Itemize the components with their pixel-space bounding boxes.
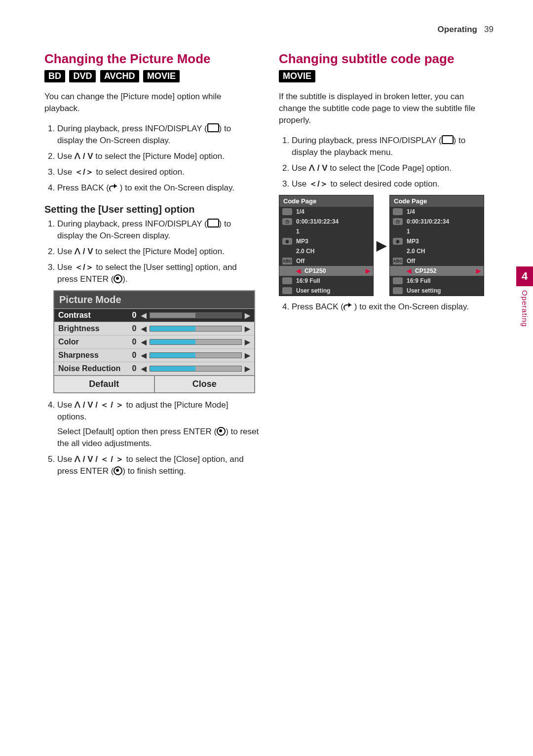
header-page-number: 39 [484, 25, 494, 34]
right-arrow-icon: ▶ [366, 267, 370, 274]
tag-dvd: DVD [69, 70, 96, 82]
audio-icon: ◉ [393, 238, 403, 245]
display-icon [207, 219, 219, 227]
side-tab: 4 Operating [516, 266, 533, 327]
steps-list-3: Use Ʌ / V / ＜ / ＞ to adjust the [Picture… [44, 399, 259, 477]
aspect-icon [282, 277, 292, 284]
cp-row-selected[interactable]: ◀CP1252▶ [390, 266, 484, 276]
cp-row: 16:9 Full [390, 276, 484, 286]
display-icon [442, 135, 454, 144]
cp-row: 1/4 [390, 207, 484, 217]
tag-avchd: AVCHD [100, 70, 139, 82]
pm-row-contrast[interactable]: Contrast 0 ◀▶ [54, 308, 254, 322]
left-right-icon: ＜/＞ [75, 263, 94, 272]
enter-icon [114, 466, 122, 475]
left-right-icon: ＜/＞ [309, 179, 328, 189]
steps-list-right: During playback, press INFO/DISPLAY () t… [279, 135, 494, 190]
code-page-panel-left: Code Page 1/4 ◷0:00:31/0:22:34 1 ◉MP3 2.… [279, 195, 374, 296]
code-page-panel-right: Code Page 1/4 ◷0:00:31/0:22:34 1 ◉MP3 2.… [389, 195, 484, 296]
media-tags: BD DVD AVCHD MOVIE [44, 70, 259, 82]
cp-row: 1 [390, 227, 484, 236]
cp-row: User setting [390, 286, 484, 296]
intro-text: You can change the [Picture mode] option… [44, 91, 259, 114]
side-tab-label: Operating [521, 290, 529, 327]
side-tab-number: 4 [516, 266, 533, 286]
pm-row-sharpness[interactable]: Sharpness 0 ◀▶ [54, 348, 254, 362]
pm-slider[interactable]: ◀▶ [141, 311, 250, 319]
enter-icon [217, 427, 226, 436]
back-icon [109, 185, 120, 191]
cp-row: ◷0:00:31/0:22:34 [390, 217, 484, 227]
intro-text: If the subtitle is displayed in broken l… [279, 91, 494, 126]
cp-row: 2.0 CH [390, 246, 484, 256]
list-item: Use Ʌ / V / ＜ / ＞ to adjust the [Picture… [57, 399, 259, 450]
list-item: Use Ʌ / V to select the [Picture Mode] o… [57, 246, 259, 258]
pm-default-button[interactable]: Default [54, 375, 154, 392]
cp-row: ABCOff [279, 256, 373, 266]
nav-arrows-icon: Ʌ / V / ＜ / ＞ [75, 454, 124, 464]
page-header: Operating 39 [44, 25, 494, 35]
list-item: During playback, press INFO/DISPLAY () t… [292, 135, 494, 158]
list-item: Use Ʌ / V to select the [Picture Mode] o… [57, 151, 259, 162]
up-down-icon: Ʌ / V [309, 163, 328, 173]
cp-title: Code Page [390, 195, 484, 207]
nav-arrows-icon: Ʌ / V / ＜ / ＞ [75, 400, 124, 410]
list-item: During playback, press INFO/DISPLAY () t… [57, 123, 259, 147]
right-arrow-icon: ▶ [476, 267, 481, 274]
transition-arrow-icon: ▶ [377, 238, 386, 253]
tag-movie: MOVIE [279, 70, 315, 82]
media-tags: MOVIE [279, 70, 494, 82]
enter-icon [114, 274, 122, 283]
cp-title: Code Page [279, 195, 373, 207]
subtitle-icon: ABC [393, 258, 403, 265]
header-section: Operating [438, 25, 477, 34]
cp-row: ◷0:00:31/0:22:34 [279, 217, 373, 227]
picture-icon [393, 287, 403, 294]
heading-picture-mode: Changing the Picture Mode [44, 51, 259, 66]
list-item: Use ＜/＞ to select desired code option. [292, 178, 494, 190]
up-down-icon: Ʌ / V [75, 151, 93, 161]
cp-row: ABCOff [390, 256, 484, 266]
pm-label: Contrast [58, 311, 127, 320]
subtitle-icon: ABC [282, 258, 292, 265]
picture-mode-panel: Picture Mode Contrast 0 ◀▶ Brightness 0 … [53, 290, 255, 393]
left-arrow-icon: ◀ [141, 311, 147, 319]
pm-row-brightness[interactable]: Brightness 0 ◀▶ [54, 322, 254, 335]
left-arrow-icon: ◀ [407, 267, 411, 274]
cp-row-selected[interactable]: ◀CP1250▶ [279, 266, 373, 276]
pm-row-color[interactable]: Color 0 ◀▶ [54, 335, 254, 348]
steps-list-2: During playback, press INFO/DISPLAY () t… [44, 218, 259, 285]
aspect-icon [393, 277, 403, 284]
clock-icon: ◷ [393, 218, 403, 225]
list-item: Use ＜/＞ to select the [User setting] opt… [57, 262, 259, 285]
pm-close-button[interactable]: Close [154, 375, 255, 392]
steps-list-1: During playback, press INFO/DISPLAY () t… [44, 123, 259, 194]
cp-row: 1 [279, 227, 373, 236]
clock-icon: ◷ [282, 218, 292, 225]
codepage-icon [393, 267, 403, 274]
code-page-comparison: Code Page 1/4 ◷0:00:31/0:22:34 1 ◉MP3 2.… [279, 195, 494, 296]
picture-icon [282, 287, 292, 294]
tag-bd: BD [44, 70, 65, 82]
pm-row-noise-reduction[interactable]: Noise Reduction 0 ◀▶ [54, 362, 254, 375]
steps-list-right-2: Press BACK () to exit the On-Screen disp… [279, 301, 494, 313]
cp-row: 1/4 [279, 207, 373, 217]
title-icon [393, 208, 403, 215]
cp-row: ◉MP3 [390, 236, 484, 246]
display-icon [207, 123, 219, 132]
left-arrow-icon: ◀ [296, 267, 301, 274]
codepage-icon [282, 267, 292, 274]
heading-user-setting: Setting the [User setting] option [44, 204, 259, 215]
picture-mode-title: Picture Mode [54, 291, 254, 308]
title-icon [282, 208, 292, 215]
cp-row: 2.0 CH [279, 246, 373, 256]
right-arrow-icon: ▶ [245, 311, 250, 319]
cp-row: User setting [279, 286, 373, 296]
list-item: Press BACK () to exit the On-Screen disp… [57, 182, 259, 194]
back-icon [343, 303, 354, 310]
tag-movie: MOVIE [143, 70, 180, 82]
list-item: During playback, press INFO/DISPLAY () t… [57, 218, 259, 242]
list-item: Use Ʌ / V / ＜ / ＞ to select the [Close] … [57, 454, 259, 477]
list-item: Press BACK () to exit the On-Screen disp… [292, 301, 494, 313]
left-right-icon: ＜/＞ [75, 167, 94, 177]
